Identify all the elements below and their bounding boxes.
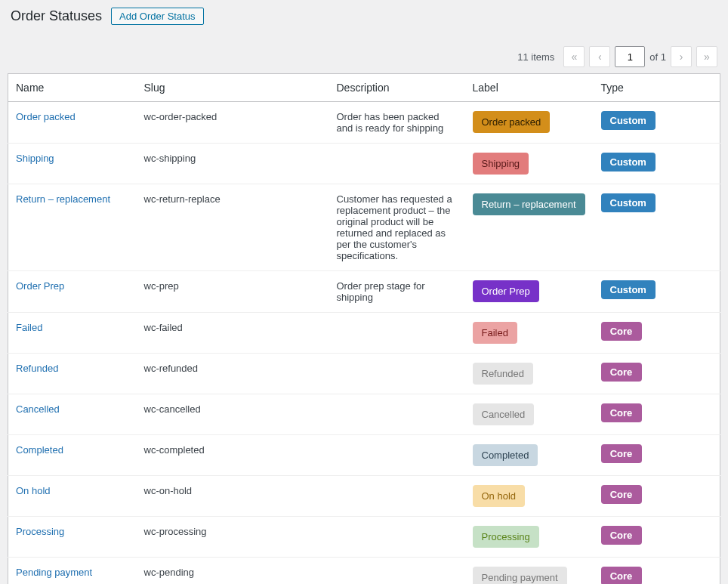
table-row: Completedwc-completedCompletedCore (8, 435, 720, 476)
status-type-badge: Core (601, 526, 642, 545)
status-description (329, 558, 465, 585)
status-name-link[interactable]: Refunded (16, 363, 58, 374)
status-description (329, 354, 465, 394)
status-type-badge: Custom (601, 111, 656, 130)
status-slug: wc-pending (137, 558, 329, 585)
pagination-bar: 11 items « ‹ of 1 › » (8, 40, 720, 73)
status-name-link[interactable]: Cancelled (16, 403, 60, 415)
status-name-link[interactable]: Order Prep (16, 280, 64, 292)
status-slug: wc-cancelled (137, 394, 329, 435)
status-name-link[interactable]: On hold (16, 485, 51, 496)
status-label-badge: Order packed (473, 111, 551, 133)
status-type-badge: Core (601, 322, 642, 341)
table-row: On holdwc-on-holdOn holdCore (8, 476, 720, 517)
table-row: Order Prepwc-prepOrder prep stage for sh… (8, 271, 720, 313)
page-first-button[interactable]: « (563, 46, 585, 67)
status-type-badge: Custom (601, 153, 656, 171)
status-description (329, 313, 465, 354)
status-slug: wc-shipping (137, 144, 329, 184)
status-name-link[interactable]: Pending payment (16, 567, 92, 578)
status-label-badge: Pending payment (473, 567, 567, 584)
items-count: 11 items (517, 51, 554, 63)
status-slug: wc-failed (137, 313, 329, 354)
table-row: Pending paymentwc-pendingPending payment… (8, 558, 720, 585)
status-label-badge: Completed (473, 444, 538, 466)
table-row: Shippingwc-shippingShippingCustom (8, 144, 720, 184)
status-name-link[interactable]: Failed (16, 322, 42, 333)
status-name-link[interactable]: Order packed (16, 111, 76, 122)
table-row: Return – replacementwc-return-replaceCus… (8, 184, 720, 271)
status-description (329, 144, 465, 184)
status-label-badge: On hold (473, 485, 526, 507)
status-slug: wc-completed (137, 435, 329, 476)
status-slug: wc-prep (137, 271, 329, 313)
col-header-slug[interactable]: Slug (137, 74, 329, 102)
status-label-badge: Return – replacement (473, 193, 585, 215)
col-header-type[interactable]: Type (594, 74, 720, 102)
table-row: Processingwc-processingProcessingCore (8, 517, 720, 558)
status-description (329, 435, 465, 476)
status-slug: wc-on-hold (137, 476, 329, 517)
status-description: Order prep stage for shipping (329, 271, 465, 313)
col-header-label[interactable]: Label (465, 74, 594, 102)
status-type-badge: Core (601, 444, 642, 463)
status-description (329, 517, 465, 558)
page-of-text: of 1 (649, 51, 666, 63)
status-label-badge: Processing (473, 526, 539, 548)
page-title: Order Statuses (11, 8, 102, 24)
col-header-description[interactable]: Description (329, 74, 465, 102)
table-row: Order packedwc-order-packedOrder has bee… (8, 102, 720, 144)
status-slug: wc-order-packed (137, 102, 329, 144)
status-description: Customer has requested a replacement pro… (329, 184, 465, 271)
status-description: Order has been packed and is ready for s… (329, 102, 465, 144)
status-slug: wc-refunded (137, 354, 329, 394)
status-label-badge: Shipping (473, 153, 529, 175)
add-order-status-button[interactable]: Add Order Status (111, 8, 203, 25)
status-name-link[interactable]: Processing (16, 526, 64, 537)
status-type-badge: Core (601, 485, 642, 504)
status-slug: wc-processing (137, 517, 329, 558)
page-next-button[interactable]: › (671, 46, 692, 67)
table-row: Failedwc-failedFailedCore (8, 313, 720, 354)
page-last-button[interactable]: » (696, 46, 717, 67)
status-label-badge: Failed (473, 322, 517, 344)
status-name-link[interactable]: Shipping (16, 153, 54, 164)
status-description (329, 394, 465, 435)
status-type-badge: Custom (601, 280, 656, 299)
status-name-link[interactable]: Completed (16, 444, 63, 456)
status-type-badge: Core (601, 403, 642, 422)
status-table: Name Slug Description Label Type Order p… (8, 73, 720, 584)
status-label-badge: Refunded (473, 363, 533, 385)
table-row: Refundedwc-refundedRefundedCore (8, 354, 720, 394)
status-label-badge: Order Prep (473, 280, 539, 302)
page-prev-button[interactable]: ‹ (589, 46, 610, 67)
status-description (329, 476, 465, 517)
status-slug: wc-return-replace (137, 184, 329, 271)
status-label-badge: Cancelled (473, 403, 535, 425)
status-type-badge: Custom (601, 193, 656, 212)
page-input[interactable] (615, 46, 645, 67)
table-row: Cancelledwc-cancelledCancelledCore (8, 394, 720, 435)
status-type-badge: Core (601, 363, 642, 382)
col-header-name[interactable]: Name (8, 74, 137, 102)
status-type-badge: Core (601, 567, 642, 584)
status-name-link[interactable]: Return – replacement (16, 193, 110, 205)
